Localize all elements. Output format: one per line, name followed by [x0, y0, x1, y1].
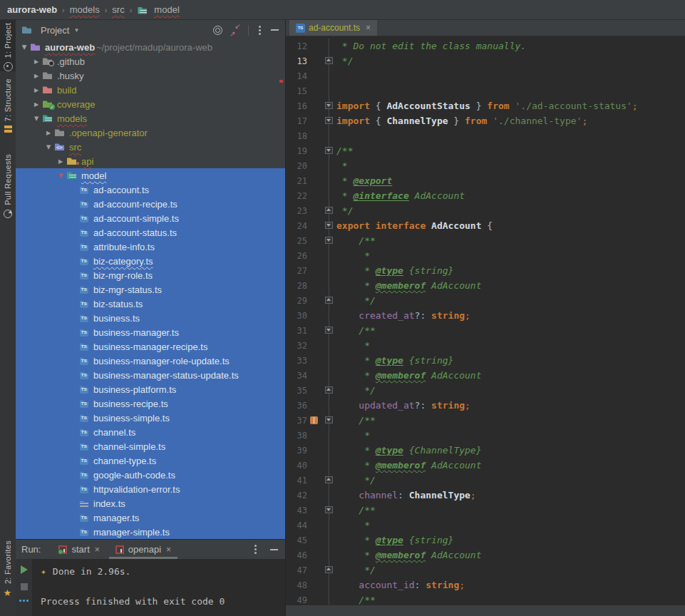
code-line: 15	[286, 83, 685, 98]
hide-panel-icon[interactable]	[270, 549, 278, 550]
fold-start-icon[interactable]	[325, 222, 333, 229]
tree-item-manager-simple.ts[interactable]: manager-simple.ts	[16, 525, 285, 539]
fold-start-icon[interactable]	[325, 102, 333, 109]
chevron-icon[interactable]: ▶	[46, 141, 52, 153]
tree-item-.husky[interactable]: ▶.husky	[16, 68, 285, 83]
tree-item-attribute-info.ts[interactable]: attribute-info.ts	[16, 240, 285, 254]
close-icon[interactable]: ×	[366, 23, 371, 33]
tree-item-ad-account-simple.ts[interactable]: ad-account-simple.ts	[16, 211, 285, 225]
fold-gutter	[323, 53, 336, 68]
code-line: 26 *	[286, 248, 685, 263]
tree-item-models[interactable]: ▶models	[16, 111, 285, 125]
breadcrumb-item-src[interactable]: src	[112, 4, 124, 15]
more-icon[interactable]	[19, 600, 21, 602]
tree-item-aurora-web[interactable]: ▶aurora-web~/project/madup/aurora-web	[16, 40, 285, 54]
tree-item-biz-mgr-role.ts[interactable]: biz-mgr-role.ts	[16, 268, 285, 282]
tree-item-httpvalidation-error.ts[interactable]: httpvalidation-error.ts	[16, 482, 285, 496]
line-number: 40	[286, 461, 323, 471]
chevron-icon[interactable]: ▶	[34, 113, 40, 124]
locate-target-icon[interactable]	[213, 26, 222, 35]
tree-item-.openapi-generator[interactable]: ▶.openapi-generator	[16, 125, 285, 140]
fold-start-icon[interactable]	[325, 237, 333, 244]
tree-item-channel-type.ts[interactable]: channel-type.ts	[16, 453, 285, 468]
fold-end-icon[interactable]	[325, 476, 333, 483]
code-area[interactable]: 12 * Do not edit the class manually.13 *…	[286, 36, 685, 605]
fold-end-icon[interactable]	[325, 566, 333, 573]
chevron-icon[interactable]: ▶	[58, 170, 64, 181]
breadcrumb-item-aurora-web[interactable]: aurora-web	[7, 4, 57, 15]
tree-item-business-manager-role-update.ts[interactable]: business-manager-role-update.ts	[16, 354, 285, 368]
tree-item-build[interactable]: ▶build	[16, 83, 285, 97]
chevron-icon[interactable]: ▶	[31, 101, 42, 108]
close-icon[interactable]: ×	[166, 545, 171, 555]
tree-item-biz-status.ts[interactable]: biz-status.ts	[16, 297, 285, 311]
tree-item-biz-category.ts[interactable]: biz-category.ts	[16, 254, 285, 268]
code-text: /**	[336, 595, 376, 605]
tree-item-ad-account-recipe.ts[interactable]: ad-account-recipe.ts	[16, 197, 285, 211]
tree-item-ad-account.ts[interactable]: ad-account.ts	[16, 183, 285, 197]
tool-stripe-structure[interactable]: 7: Structure	[0, 76, 16, 144]
tool-stripe-pull-requests[interactable]: Pull Requests	[0, 151, 16, 252]
collapse-icon[interactable]	[230, 25, 240, 35]
chevron-down-icon[interactable]: ▼	[73, 27, 79, 34]
tree-item-model[interactable]: ▶model	[16, 168, 285, 183]
tree-item-business-manager-recipe.ts[interactable]: business-manager-recipe.ts	[16, 339, 285, 354]
tree-item-channel-simple.ts[interactable]: channel-simple.ts	[16, 439, 285, 453]
breadcrumb-item-model[interactable]: model	[154, 4, 179, 15]
tree-item-biz-mgr-status.ts[interactable]: biz-mgr-status.ts	[16, 282, 285, 297]
tree-item-coverage[interactable]: ▶coverage	[16, 97, 285, 111]
tree-item-business-manager-status-update.ts[interactable]: business-manager-status-update.ts	[16, 368, 285, 382]
tree-item-index.ts[interactable]: index.ts	[16, 496, 285, 510]
tree-item-google-auth-code.ts[interactable]: google-auth-code.ts	[16, 468, 285, 482]
chevron-icon[interactable]: ▶	[55, 158, 66, 165]
breadcrumb-separator: ›	[105, 6, 108, 14]
tree-item-business-recipe.ts[interactable]: business-recipe.ts	[16, 396, 285, 411]
chevron-icon[interactable]: ▶	[21, 41, 28, 53]
tree-item-business-platform.ts[interactable]: business-platform.ts	[16, 382, 285, 396]
line-number: 44	[286, 520, 323, 530]
tree-item-.github[interactable]: ▶.github	[16, 54, 285, 68]
code-text: /**	[336, 145, 353, 156]
run-tab-start[interactable]: start ×	[52, 540, 105, 559]
fold-end-icon[interactable]	[325, 386, 333, 394]
code-line: 39 * @type {ChannelType}	[286, 443, 685, 458]
fold-start-icon[interactable]	[325, 506, 333, 513]
chevron-icon[interactable]: ▶	[31, 58, 42, 65]
run-tab-openapi[interactable]: openapi ×	[109, 540, 177, 559]
rerun-icon[interactable]	[21, 565, 28, 574]
stop-icon[interactable]	[21, 583, 28, 590]
code-text: account_id: string;	[336, 580, 465, 590]
chevron-icon[interactable]: ▶	[31, 73, 42, 79]
hide-panel-icon[interactable]	[271, 29, 279, 31]
tree-item-src[interactable]: ▶src	[16, 140, 285, 154]
more-vertical-icon[interactable]	[254, 548, 257, 550]
tree-item-api[interactable]: ▶api	[16, 154, 285, 168]
fold-start-icon[interactable]	[325, 117, 333, 124]
fold-start-icon[interactable]	[325, 416, 333, 423]
fold-end-icon[interactable]	[325, 297, 333, 304]
more-vertical-icon[interactable]	[259, 29, 261, 31]
project-panel-title[interactable]: Project	[41, 25, 69, 36]
bookmark-icon[interactable]	[310, 416, 318, 424]
tree-item-label: index.ts	[93, 498, 125, 509]
fold-start-icon[interactable]	[325, 327, 333, 334]
tree-item-business.ts[interactable]: business.ts	[16, 311, 285, 325]
tree-item-manager.ts[interactable]: manager.ts	[16, 510, 285, 525]
fold-end-icon[interactable]	[325, 57, 333, 64]
code-text: * @export	[336, 175, 392, 186]
breadcrumb-item-models[interactable]: models	[70, 4, 100, 15]
code-line: 22 * @interface AdAccount	[286, 188, 685, 203]
fold-start-icon[interactable]	[325, 147, 333, 154]
chevron-icon[interactable]: ▶	[31, 87, 42, 93]
tree-item-ad-account-status.ts[interactable]: ad-account-status.ts	[16, 225, 285, 240]
chevron-icon[interactable]: ▶	[43, 130, 54, 136]
tree-item-business-simple.ts[interactable]: business-simple.ts	[16, 411, 285, 425]
tool-stripe-project[interactable]: 1: Project	[0, 20, 16, 71]
breadcrumb-separator: ›	[62, 6, 65, 14]
tree-item-business-manager.ts[interactable]: business-manager.ts	[16, 325, 285, 339]
fold-end-icon[interactable]	[325, 207, 333, 214]
tool-stripe-favorites[interactable]: 2: Favorites ★	[0, 538, 16, 612]
tree-item-channel.ts[interactable]: channel.ts	[16, 425, 285, 439]
editor-tab-ad-account[interactable]: ad-account.ts ×	[289, 20, 377, 36]
close-icon[interactable]: ×	[95, 545, 100, 555]
